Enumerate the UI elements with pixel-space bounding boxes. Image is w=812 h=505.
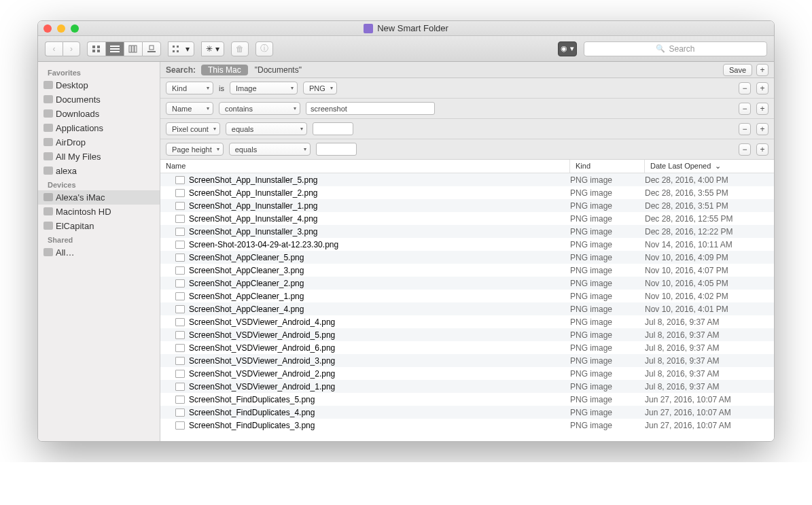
file-row[interactable]: ScreenShot_VSDViewer_Android_3.pngPNG im… [160, 354, 774, 367]
file-name: ScreenShot_App_Inunstaller_5.png [189, 175, 317, 185]
view-list-button[interactable] [105, 41, 124, 56]
svg-rect-8 [132, 46, 134, 52]
file-row[interactable]: ScreenShot_VSDViewer_Android_4.pngPNG im… [160, 315, 774, 328]
file-row[interactable]: ScreenShot_AppCleaner_1.pngPNG imageNov … [160, 290, 774, 302]
svg-rect-4 [110, 46, 120, 47]
col-name[interactable]: Name [160, 160, 570, 173]
criteria-select[interactable]: Image [230, 82, 298, 94]
add-criteria-button[interactable]: + [756, 103, 769, 115]
file-icon [175, 176, 185, 184]
file-row[interactable]: Screen-Shot-2013-04-29-at-12.23.30.pngPN… [160, 238, 774, 251]
file-row[interactable]: ScreenShot_VSDViewer_Android_6.pngPNG im… [160, 341, 774, 354]
criteria-select[interactable]: Pixel count [166, 122, 220, 135]
criteria-select[interactable]: Name [166, 102, 213, 115]
file-icon [175, 408, 185, 417]
svg-rect-11 [147, 51, 156, 52]
file-name: ScreenShot_FindDuplicates_3.png [189, 421, 315, 430]
add-criteria-button[interactable]: + [756, 64, 769, 76]
file-row[interactable]: ScreenShot_FindDuplicates_3.pngPNG image… [160, 419, 774, 432]
criteria-text-input[interactable]: screenshot [306, 102, 435, 115]
file-date: Dec 28, 2016, 3:55 PM [645, 188, 774, 198]
file-row[interactable]: ScreenShot_AppCleaner_2.pngPNG imageNov … [160, 277, 774, 290]
zoom-button[interactable] [71, 24, 79, 33]
save-button[interactable]: Save [723, 64, 752, 76]
forward-button[interactable]: › [63, 41, 80, 56]
search-input[interactable]: Search [584, 41, 767, 56]
criteria-text-input[interactable] [316, 143, 357, 156]
file-icon [175, 344, 185, 352]
add-criteria-button[interactable]: + [756, 82, 769, 94]
action-menu[interactable]: ✳︎ ▾ [201, 41, 224, 56]
remove-criteria-button[interactable]: − [739, 123, 751, 135]
criteria-select[interactable]: equals [229, 143, 311, 156]
file-list[interactable]: ScreenShot_App_Inunstaller_5.pngPNG imag… [160, 173, 774, 441]
sidebar-item[interactable]: Desktop [38, 78, 160, 92]
file-kind: PNG image [570, 188, 645, 198]
file-name: ScreenShot_App_Inunstaller_3.png [189, 227, 317, 237]
svg-rect-7 [129, 46, 131, 52]
file-row[interactable]: ScreenShot_VSDViewer_Android_5.pngPNG im… [160, 328, 774, 341]
info-button[interactable]: ⓘ [255, 41, 273, 56]
file-name: ScreenShot_AppCleaner_1.png [189, 292, 304, 301]
sidebar-item[interactable]: AirDrop [38, 135, 160, 150]
search-scope[interactable]: This Mac [201, 65, 248, 75]
criteria-select[interactable]: Kind [166, 82, 213, 94]
criteria-op-label: is [219, 84, 224, 92]
file-row[interactable]: ScreenShot_AppCleaner_5.pngPNG imageNov … [160, 251, 774, 264]
sidebar-item[interactable]: Documents [38, 92, 160, 107]
sidebar-item[interactable]: Downloads [38, 107, 160, 121]
file-kind: PNG image [570, 395, 645, 404]
window-title: New Smart Folder [377, 23, 448, 33]
file-kind: PNG image [570, 304, 645, 314]
share-menu[interactable]: ◉ ▾ [558, 41, 577, 56]
sidebar-item[interactable]: Alexa's iMac [38, 190, 160, 205]
content-area: Search: This Mac"Documents" Save + Kindi… [160, 62, 774, 441]
criteria-text-input[interactable] [313, 122, 353, 135]
criteria-select[interactable]: Page height [166, 143, 224, 156]
back-button[interactable]: ‹ [45, 41, 63, 56]
sidebar-item[interactable]: alexa [38, 164, 160, 178]
file-row[interactable]: ScreenShot_App_Inunstaller_4.pngPNG imag… [160, 212, 774, 225]
file-row[interactable]: ScreenShot_VSDViewer_Android_2.pngPNG im… [160, 367, 774, 380]
svg-rect-0 [92, 46, 95, 48]
view-icon-button[interactable] [87, 41, 105, 56]
sidebar-item[interactable]: ElCapitan [38, 219, 160, 233]
sidebar-item[interactable]: Applications [38, 121, 160, 135]
criteria-row: Page heightequals−+ [160, 139, 774, 160]
file-row[interactable]: ScreenShot_AppCleaner_3.pngPNG imageNov … [160, 264, 774, 277]
file-row[interactable]: ScreenShot_FindDuplicates_5.pngPNG image… [160, 393, 774, 406]
trash-button[interactable]: 🗑 [231, 41, 249, 56]
file-date: Dec 28, 2016, 12:55 PM [645, 214, 774, 224]
col-kind[interactable]: Kind [570, 160, 645, 173]
file-row[interactable]: ScreenShot_App_Inunstaller_5.pngPNG imag… [160, 173, 774, 186]
file-row[interactable]: ScreenShot_VSDViewer_Android_1.pngPNG im… [160, 380, 774, 393]
add-criteria-button[interactable]: + [756, 123, 769, 135]
minimize-button[interactable] [57, 24, 65, 33]
remove-criteria-button[interactable]: − [739, 82, 751, 94]
sidebar-item[interactable]: All… [38, 245, 160, 260]
criteria-select[interactable]: contains [219, 102, 300, 115]
criteria-select[interactable]: PNG [303, 82, 337, 94]
view-coverflow-button[interactable] [142, 41, 161, 56]
criteria-select[interactable]: equals [226, 122, 307, 135]
file-name: ScreenShot_AppCleaner_2.png [189, 279, 304, 288]
remove-criteria-button[interactable]: − [739, 103, 751, 115]
arrange-menu[interactable]: ▾ [168, 41, 194, 56]
search-scope[interactable]: "Documents" [248, 65, 308, 75]
col-date[interactable]: Date Last Opened ⌄ [645, 160, 774, 173]
file-row[interactable]: ScreenShot_FindDuplicates_4.pngPNG image… [160, 406, 774, 419]
file-icon [175, 421, 185, 430]
sidebar-item[interactable]: All My Files [38, 150, 160, 164]
file-row[interactable]: ScreenShot_App_Inunstaller_1.pngPNG imag… [160, 199, 774, 212]
view-column-button[interactable] [124, 41, 142, 56]
remove-criteria-button[interactable]: − [739, 143, 751, 156]
sidebar-item[interactable]: Macintosh HD [38, 205, 160, 219]
file-row[interactable]: ScreenShot_App_Inunstaller_2.pngPNG imag… [160, 186, 774, 199]
file-name: ScreenShot_App_Inunstaller_2.png [189, 188, 317, 198]
add-criteria-button[interactable]: + [756, 143, 769, 156]
file-row[interactable]: ScreenShot_App_Inunstaller_3.pngPNG imag… [160, 225, 774, 238]
file-row[interactable]: ScreenShot_AppCleaner_4.pngPNG imageNov … [160, 302, 774, 315]
file-name: ScreenShot_VSDViewer_Android_3.png [189, 356, 335, 366]
close-button[interactable] [43, 24, 52, 33]
file-name: ScreenShot_App_Inunstaller_4.png [189, 214, 317, 224]
